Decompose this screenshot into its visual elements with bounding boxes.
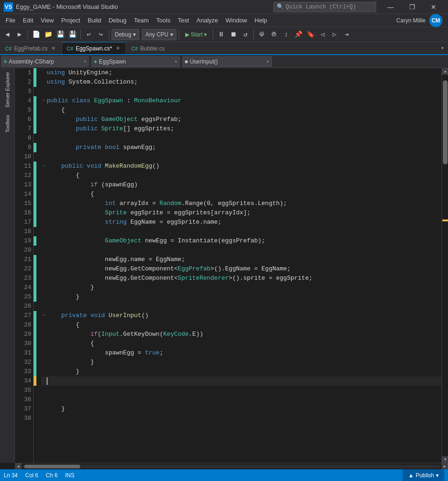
left-panel: Server Explorer Toolbox (0, 68, 15, 463)
tb-btn-6[interactable]: ↕ (280, 29, 292, 40)
tab-list-button[interactable]: ▾ (437, 42, 448, 54)
publish-button[interactable]: ▲ Publish ▾ (403, 469, 444, 481)
new-file-button[interactable]: 📄 (30, 29, 42, 40)
code-line-20 (41, 246, 441, 255)
tab-bubble-icon: C# (131, 46, 138, 51)
scroll-thumb[interactable] (443, 80, 448, 164)
code-line-17: string EggName = eggSprite.name; (41, 218, 441, 227)
code-line-19: GameObject newEgg = Instantiate(eggsPref… (41, 236, 441, 246)
tab-eggprefab-close[interactable]: ✕ (50, 45, 56, 52)
tb-btn-9[interactable]: ◁ (317, 29, 328, 40)
code-line-5: { (41, 106, 441, 115)
menu-help[interactable]: Help (251, 15, 271, 26)
menu-bar: File Edit View Project Build Debug Team … (0, 14, 448, 27)
code-line-26 (41, 302, 441, 311)
status-right-area: ▲ Publish ▾ (403, 469, 444, 481)
save-all-button[interactable]: 💾 (67, 29, 78, 40)
collapse-icon-4[interactable]: − (41, 96, 47, 106)
tab-eggprefab[interactable]: C# EggPrefab.cs ✕ (0, 42, 62, 54)
redo-button[interactable]: ↪ (95, 29, 106, 40)
code-line-25: } (41, 292, 441, 302)
menu-window[interactable]: Window (222, 15, 251, 26)
scroll-track (442, 75, 448, 456)
class-dropdown[interactable]: ◈ EggSpawn ▾ (91, 57, 180, 67)
assembly-dropdown[interactable]: ⚙ Assembly-CSharp ▾ (1, 57, 89, 67)
code-line-4: −public class EggSpawn : MonoBehaviour (41, 96, 441, 106)
menu-test[interactable]: Test (174, 15, 193, 26)
debug-config-label: Debug (115, 31, 131, 38)
collapse-icon-11[interactable]: − (41, 162, 47, 171)
undo-button[interactable]: ↩ (83, 29, 94, 40)
code-line-15: int arrayIdx = Random.Range(0, eggSprite… (41, 199, 441, 208)
menu-tools[interactable]: Tools (153, 15, 174, 26)
code-content[interactable]: using UnityEngine;using System.Collectio… (36, 68, 441, 463)
start-dropdown-icon: ▾ (204, 31, 207, 38)
code-editor[interactable]: 1234567891011121314151617181920212223242… (15, 68, 448, 463)
code-line-22: newEgg.GetComponent<EggPrefab>().EggName… (41, 264, 441, 274)
menu-project[interactable]: Project (57, 15, 84, 26)
code-line-11: − public void MakeRandomEgg() (41, 162, 441, 171)
tab-bubble[interactable]: C# Bubble.cs (126, 42, 170, 54)
h-scroll-track (22, 465, 441, 468)
scroll-up-btn[interactable]: ▲ (442, 68, 448, 75)
toolbox-tab[interactable]: Toolbox (3, 111, 12, 136)
user-avatar[interactable]: CM (429, 14, 442, 27)
minimize-button[interactable]: — (380, 0, 401, 14)
scroll-left-btn[interactable]: ◀ (15, 463, 21, 470)
back-button[interactable]: ◀ (2, 29, 13, 40)
tab-eggprefab-label: EggPrefab.cs (14, 45, 48, 52)
tab-eggspawn[interactable]: C# EggSpawn.cs* ✕ (62, 42, 126, 54)
publish-up-icon: ▲ (408, 472, 414, 479)
code-line-2: using System.Collections; (41, 78, 441, 87)
forward-button[interactable]: ▶ (14, 29, 25, 40)
code-line-35 (41, 386, 441, 395)
quick-launch-box[interactable]: 🔍 Quick Launch (Ctrl+Q) (273, 2, 376, 12)
code-line-21: newEgg.name = EggName; (41, 255, 441, 264)
code-line-37: } (41, 404, 441, 414)
tb-btn-5[interactable]: ⟰ (268, 29, 280, 40)
code-line-7: public Sprite[] eggSprites; (41, 124, 441, 134)
start-label: Start (191, 31, 203, 38)
close-button[interactable]: ✕ (423, 0, 444, 14)
start-button[interactable]: ▶ Start ▾ (182, 29, 210, 40)
tab-bar: C# EggPrefab.cs ✕ C# EggSpawn.cs* ✕ C# B… (0, 42, 448, 55)
menu-debug[interactable]: Debug (105, 15, 130, 26)
assembly-icon: ⚙ (4, 58, 7, 64)
server-explorer-tab[interactable]: Server Explorer (3, 68, 12, 111)
save-button[interactable]: 💾 (55, 29, 66, 40)
status-ins: INS (65, 472, 74, 479)
tb-btn-1[interactable]: ⏸ (216, 29, 227, 40)
search-icon: 🔍 (277, 3, 284, 10)
method-dropdown[interactable]: ◉ UserInput() ▾ (182, 57, 272, 67)
tb-btn-7[interactable]: 📌 (293, 29, 304, 40)
scroll-right-btn[interactable]: ▶ (441, 463, 448, 470)
code-line-1: using UnityEngine; (41, 68, 441, 78)
tb-btn-3[interactable]: ↺ (240, 29, 251, 40)
h-scroll-thumb[interactable] (24, 465, 80, 468)
tb-btn-8[interactable]: 🔖 (305, 29, 316, 40)
menu-team[interactable]: Team (130, 15, 153, 26)
collapse-icon-27[interactable]: − (41, 311, 47, 320)
toolbar-separator-3 (109, 30, 109, 39)
horizontal-scrollbar[interactable]: ◀ ▶ (15, 463, 448, 469)
tb-btn-4[interactable]: ⟱ (256, 29, 267, 40)
tb-btn-10[interactable]: ▷ (329, 29, 340, 40)
open-file-button[interactable]: 📁 (42, 29, 54, 40)
menu-analyze[interactable]: Analyze (193, 15, 222, 26)
menu-edit[interactable]: Edit (19, 15, 37, 26)
vertical-scrollbar[interactable]: ▲ ▼ (441, 68, 448, 463)
tb-btn-2[interactable]: ⏹ (228, 29, 239, 40)
menu-build[interactable]: Build (84, 15, 105, 26)
tb-btn-11[interactable]: ⇥ (341, 29, 352, 40)
maximize-button[interactable]: ❐ (401, 0, 423, 14)
code-line-8 (41, 134, 441, 143)
tab-eggprefab-icon: C# (5, 46, 12, 51)
tab-eggspawn-close[interactable]: ✕ (114, 45, 121, 52)
menu-view[interactable]: View (37, 15, 57, 26)
toolbar-separator-2 (80, 30, 81, 39)
debug-config-dropdown[interactable]: Debug ▾ (112, 29, 139, 40)
code-line-32: } (41, 358, 441, 367)
platform-dropdown[interactable]: Any CPU ▾ (142, 29, 176, 40)
scroll-down-btn[interactable]: ▼ (442, 456, 448, 463)
menu-file[interactable]: File (2, 15, 19, 26)
